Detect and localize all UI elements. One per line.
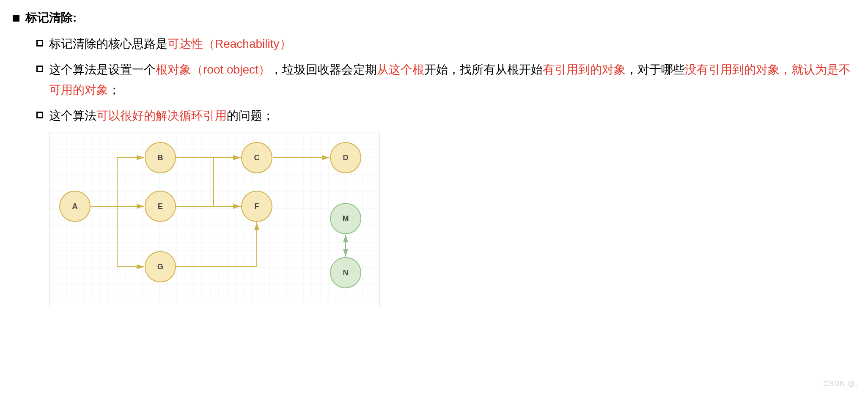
bullet-1-text: 标记清除的核心思路是可达性（Reachability） — [49, 34, 855, 54]
text-span: 这个算法 — [49, 109, 96, 122]
text-span: ，垃圾回收器会定期 — [270, 63, 377, 76]
node-label-C: C — [254, 153, 260, 162]
bullet-item-1: 标记清除的核心思路是可达性（Reachability） — [36, 34, 855, 54]
text-span-red: 可达性（Reachability） — [168, 37, 291, 50]
node-label-E: E — [158, 202, 163, 211]
text-span: ，对于哪些 — [626, 63, 685, 76]
text-span-red: 从这个根 — [377, 63, 424, 76]
section-title-text: 标记清除: — [25, 8, 77, 28]
outline-bullet-icon — [36, 40, 43, 47]
bullet-3-text: 这个算法可以很好的解决循环引用的问题； — [49, 106, 855, 126]
bullet-2-text: 这个算法是设置一个根对象（root object），垃圾回收器会定期从这个根开始… — [49, 60, 855, 100]
text-span-red: 可以很好的解决循环引用 — [96, 109, 227, 122]
section-title: 标记清除: — [13, 8, 855, 28]
text-span: 的问题； — [227, 109, 274, 122]
text-span: ； — [108, 83, 120, 96]
bullet-item-3: 这个算法可以很好的解决循环引用的问题； — [36, 106, 855, 126]
node-label-A: A — [72, 202, 78, 211]
text-span: 开始，找所有从根开始 — [424, 63, 543, 76]
text-span: 这个算法是设置一个 — [49, 63, 156, 76]
node-label-F: F — [255, 202, 259, 211]
outline-bullet-icon — [36, 66, 43, 72]
node-label-D: D — [343, 153, 349, 162]
bullet-list: 标记清除的核心思路是可达性（Reachability） 这个算法是设置一个根对象… — [36, 34, 855, 126]
node-label-B: B — [158, 153, 163, 162]
text-span: 标记清除的核心思路是 — [49, 37, 168, 50]
reachability-diagram: ABEGCFDMN — [49, 132, 380, 308]
text-span-red: 有引用到的对象 — [543, 63, 626, 76]
square-bullet-icon — [13, 15, 19, 22]
node-label-M: M — [343, 214, 349, 223]
text-span-red: 根对象（root object） — [156, 63, 270, 76]
bullet-item-2: 这个算法是设置一个根对象（root object），垃圾回收器会定期从这个根开始… — [36, 60, 855, 100]
node-label-N: N — [343, 268, 349, 277]
node-label-G: G — [157, 263, 163, 271]
outline-bullet-icon — [36, 112, 43, 118]
